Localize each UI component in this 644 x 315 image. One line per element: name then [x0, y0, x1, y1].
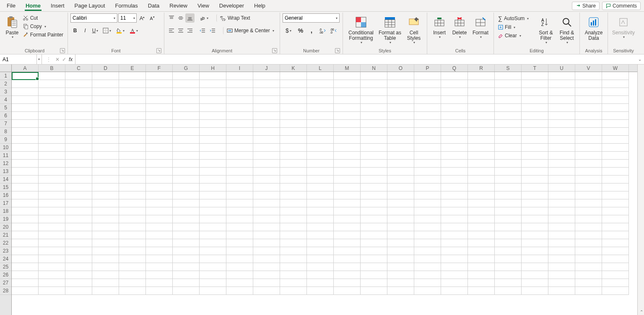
cell-F21[interactable] [146, 231, 173, 239]
cell-U3[interactable] [548, 88, 575, 96]
cell-I5[interactable] [226, 104, 253, 112]
cell-T3[interactable] [522, 88, 548, 96]
column-header-D[interactable]: D [92, 65, 119, 72]
tab-developer[interactable]: Developer [214, 1, 249, 10]
cell-J21[interactable] [253, 231, 280, 239]
accounting-format-button[interactable]: $▾ [283, 26, 294, 35]
cell-I23[interactable] [226, 247, 253, 255]
cell-P14[interactable] [414, 176, 441, 183]
cell-P1[interactable] [414, 72, 441, 80]
cell-D26[interactable] [92, 271, 119, 279]
cell-L3[interactable] [307, 88, 334, 96]
cell-P7[interactable] [414, 120, 441, 128]
cell-S20[interactable] [495, 223, 522, 231]
cell-O15[interactable] [387, 183, 414, 191]
row-header-26[interactable]: 26 [0, 271, 11, 279]
cell-C23[interactable] [65, 247, 92, 255]
increase-font-button[interactable]: A▴ [138, 13, 147, 23]
cell-O2[interactable] [387, 80, 414, 88]
cell-N14[interactable] [361, 176, 387, 183]
cell-D8[interactable] [92, 128, 119, 136]
cell-F9[interactable] [146, 136, 173, 144]
cell-T18[interactable] [522, 207, 548, 215]
column-header-G[interactable]: G [173, 65, 200, 72]
cell-I17[interactable] [226, 199, 253, 207]
cell-C14[interactable] [65, 176, 92, 183]
format-as-table-button[interactable]: Format as Table▾ [377, 13, 402, 46]
row-header-9[interactable]: 9 [0, 136, 11, 144]
paste-button[interactable]: Paste ▾ [4, 13, 20, 40]
cell-O3[interactable] [387, 88, 414, 96]
row-header-22[interactable]: 22 [0, 239, 11, 247]
cell-U16[interactable] [548, 191, 575, 199]
cell-B25[interactable] [39, 263, 65, 271]
expand-formula-bar-button[interactable]: ⌄ [636, 57, 644, 62]
cell-O10[interactable] [387, 144, 414, 152]
cell-F5[interactable] [146, 104, 173, 112]
cell-M3[interactable] [334, 88, 361, 96]
cell-H27[interactable] [200, 279, 226, 287]
cell-C17[interactable] [65, 199, 92, 207]
cell-F23[interactable] [146, 247, 173, 255]
cell-U8[interactable] [548, 128, 575, 136]
cell-C13[interactable] [65, 168, 92, 176]
cell-A1[interactable] [12, 72, 39, 80]
cell-M1[interactable] [334, 72, 361, 80]
cell-K15[interactable] [280, 183, 307, 191]
font-color-button[interactable]: A ▾ [127, 26, 140, 35]
cell-J15[interactable] [253, 183, 280, 191]
cell-C10[interactable] [65, 144, 92, 152]
cell-O14[interactable] [387, 176, 414, 183]
cell-G20[interactable] [173, 223, 200, 231]
vertical-scrollbar[interactable] [637, 65, 644, 315]
cell-C20[interactable] [65, 223, 92, 231]
align-right-button[interactable] [185, 26, 195, 35]
cell-P26[interactable] [414, 271, 441, 279]
cell-O12[interactable] [387, 160, 414, 168]
cell-U27[interactable] [548, 279, 575, 287]
row-header-7[interactable]: 7 [0, 120, 11, 128]
cell-R6[interactable] [468, 112, 495, 120]
cell-L17[interactable] [307, 199, 334, 207]
cell-M16[interactable] [334, 191, 361, 199]
cell-W14[interactable] [602, 176, 629, 183]
cell-E28[interactable] [119, 287, 146, 295]
cell-N19[interactable] [361, 215, 387, 223]
cell-Q2[interactable] [441, 80, 468, 88]
cell-C1[interactable] [65, 72, 92, 80]
cell-N23[interactable] [361, 247, 387, 255]
cell-E20[interactable] [119, 223, 146, 231]
tab-help[interactable]: Help [249, 1, 270, 10]
cell-H16[interactable] [200, 191, 226, 199]
cell-E5[interactable] [119, 104, 146, 112]
cell-G11[interactable] [173, 152, 200, 160]
tab-review[interactable]: Review [164, 1, 192, 10]
cell-L11[interactable] [307, 152, 334, 160]
cell-D2[interactable] [92, 80, 119, 88]
cell-E27[interactable] [119, 279, 146, 287]
cell-I21[interactable] [226, 231, 253, 239]
chevron-down-icon[interactable]: ▾ [36, 54, 42, 64]
cell-E24[interactable] [119, 255, 146, 263]
cell-L20[interactable] [307, 223, 334, 231]
cell-R15[interactable] [468, 183, 495, 191]
cell-T10[interactable] [522, 144, 548, 152]
cell-P15[interactable] [414, 183, 441, 191]
cell-H12[interactable] [200, 160, 226, 168]
cell-L19[interactable] [307, 215, 334, 223]
cell-I27[interactable] [226, 279, 253, 287]
cell-L24[interactable] [307, 255, 334, 263]
copy-button[interactable]: Copy ▾ [21, 23, 65, 30]
cell-V21[interactable] [575, 231, 602, 239]
cell-Q27[interactable] [441, 279, 468, 287]
cell-R19[interactable] [468, 215, 495, 223]
cell-W13[interactable] [602, 168, 629, 176]
cell-D4[interactable] [92, 96, 119, 104]
cell-F25[interactable] [146, 263, 173, 271]
cell-V13[interactable] [575, 168, 602, 176]
cell-H8[interactable] [200, 128, 226, 136]
cell-H21[interactable] [200, 231, 226, 239]
bold-button[interactable]: B [70, 26, 80, 35]
cell-L7[interactable] [307, 120, 334, 128]
cell-U13[interactable] [548, 168, 575, 176]
